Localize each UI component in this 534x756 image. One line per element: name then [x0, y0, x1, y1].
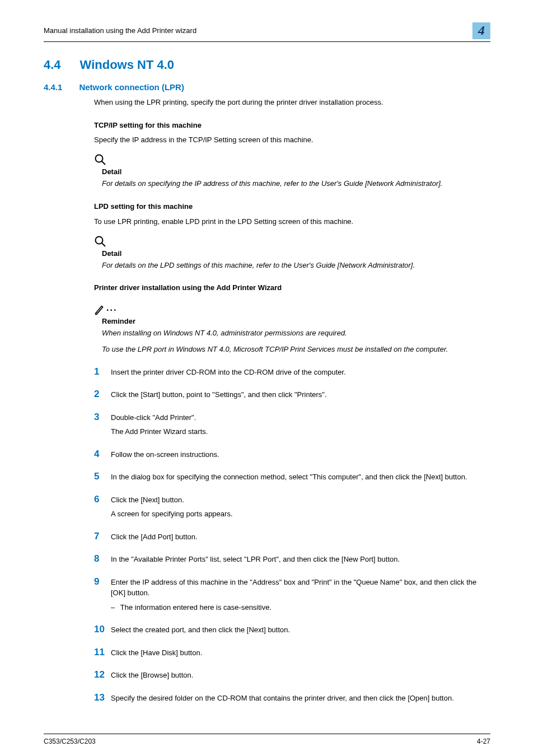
step-text: The Add Printer Wizard starts. [111, 426, 208, 437]
page-footer: C353/C253/C203 4-27 [44, 734, 490, 745]
step-item: 11Click the [Have Disk] button. [94, 646, 490, 662]
step-body: Specify the desired folder on the CD-ROM… [111, 693, 454, 707]
svg-line-3 [102, 243, 105, 246]
step-text: Insert the printer driver CD-ROM into th… [111, 367, 346, 378]
step-number: 1 [94, 365, 111, 379]
step-text: Follow the on-screen instructions. [111, 449, 219, 460]
detail-note: Detail For details on the LPD settings o… [94, 235, 490, 271]
note-title: Detail [102, 167, 490, 178]
step-number: 13 [94, 691, 111, 705]
svg-point-2 [96, 236, 103, 244]
step-text: Specify the desired folder on the CD-ROM… [111, 693, 454, 704]
step-body: Insert the printer driver CD-ROM into th… [111, 367, 346, 381]
note-body: For details on specifying the IP address… [102, 179, 490, 189]
step-item: 6Click the [Next] button.A screen for sp… [94, 493, 490, 523]
intro-paragraph: When using the LPR printing, specify the… [94, 97, 490, 108]
step-item: 1Insert the printer driver CD-ROM into t… [94, 365, 490, 381]
step-text: A screen for specifying ports appears. [111, 508, 233, 520]
pencil-icon: ... [94, 301, 490, 315]
section-heading-1: 4.4 Windows NT 4.0 [44, 58, 490, 72]
step-item: 12Click the [Browse] button. [94, 668, 490, 684]
step-body: Double-click "Add Printer".The Add Print… [111, 412, 208, 441]
paragraph: Specify the IP address in the TCP/IP Set… [94, 135, 490, 146]
footer-model: C353/C253/C203 [44, 738, 96, 745]
page-header: Manual installation using the Add Printe… [44, 22, 490, 42]
step-body: Click the [Have Disk] button. [111, 647, 202, 662]
step-number: 4 [94, 447, 111, 461]
step-body: Click the [Start] button, point to "Sett… [111, 389, 327, 404]
step-number: 9 [94, 575, 111, 589]
subheading-wizard: Printer driver installation using the Ad… [94, 283, 490, 293]
step-number: 11 [94, 646, 111, 660]
svg-line-10 [100, 309, 101, 310]
note-paragraph: To use the LPR port in Windows NT 4.0, M… [102, 344, 490, 355]
step-text: Enter the IP address of this machine in … [111, 577, 490, 599]
step-item: 7Click the [Add Port] button. [94, 530, 490, 546]
step-item: 5In the dialog box for specifying the co… [94, 470, 490, 486]
step-text: In the dialog box for specifying the con… [111, 472, 467, 483]
ellipsis-icon: ... [106, 303, 117, 312]
reminder-note: ... Reminder When installing on Windows … [94, 301, 490, 354]
step-body: Click the [Browse] button. [111, 670, 193, 684]
step-number: 3 [94, 410, 111, 424]
steps-list: 1Insert the printer driver CD-ROM into t… [94, 365, 490, 707]
detail-note: Detail For details on specifying the IP … [94, 153, 490, 189]
step-number: 5 [94, 470, 111, 484]
svg-line-8 [97, 311, 99, 312]
step-item: 4Follow the on-screen instructions. [94, 447, 490, 464]
step-text: Click the [Browse] button. [111, 670, 193, 681]
footer-page-number: 4-27 [477, 738, 490, 745]
step-text: Double-click "Add Printer". [111, 412, 208, 423]
step-text: Click the [Next] button. [111, 494, 233, 506]
step-body: In the "Available Printer Ports" list, s… [111, 554, 400, 568]
step-number: 7 [94, 530, 111, 544]
step-body: Click the [Add Port] button. [111, 531, 198, 546]
step-item: 3Double-click "Add Printer".The Add Prin… [94, 410, 490, 441]
subheading-lpd: LPD setting for this machine [94, 202, 490, 212]
step-item: 8In the "Available Printer Ports" list, … [94, 552, 490, 568]
step-body: Click the [Next] button.A screen for spe… [111, 494, 233, 523]
step-text: Select the created port, and then click … [111, 624, 290, 636]
step-item: 9Enter the IP address of this machine in… [94, 575, 490, 617]
step-body: Select the created port, and then click … [111, 624, 290, 639]
step-number: 2 [94, 388, 111, 402]
main-content: When using the LPR printing, specify the… [94, 97, 490, 707]
step-number: 8 [94, 552, 111, 566]
breadcrumb: Manual installation using the Add Printe… [44, 26, 196, 35]
h2-title: Network connection (LPR) [79, 82, 184, 92]
h1-title: Windows NT 4.0 [80, 58, 174, 72]
step-text: Click the [Start] button, point to "Sett… [111, 389, 327, 400]
step-number: 12 [94, 668, 111, 682]
step-body: Enter the IP address of this machine in … [111, 577, 490, 617]
section-heading-2: 4.4.1 Network connection (LPR) [44, 82, 490, 92]
step-text: In the "Available Printer Ports" list, s… [111, 554, 400, 565]
svg-line-1 [102, 161, 105, 165]
step-number: 6 [94, 493, 111, 507]
paragraph: To use LPR printing, enable LPD print in… [94, 217, 490, 227]
note-body: For details on the LPD settings of this … [102, 260, 490, 271]
note-title: Detail [102, 249, 490, 259]
step-subitem: The information entered here is case-sen… [120, 602, 490, 613]
h1-number: 4.4 [44, 58, 61, 72]
magnifier-icon [94, 235, 490, 248]
svg-point-0 [96, 155, 103, 162]
step-text: Click the [Add Port] button. [111, 531, 198, 543]
subheading-tcpip: TCP/IP setting for this machine [94, 120, 490, 131]
h2-number: 4.4.1 [44, 82, 62, 92]
svg-line-7 [96, 312, 97, 313]
note-paragraph: When installing on Windows NT 4.0, admin… [102, 328, 490, 339]
svg-line-6 [101, 306, 102, 307]
step-body: Follow the on-screen instructions. [111, 449, 219, 464]
step-text: Click the [Have Disk] button. [111, 647, 202, 659]
magnifier-icon [94, 153, 490, 166]
step-number: 10 [94, 623, 111, 637]
step-body: In the dialog box for specifying the con… [111, 472, 467, 486]
note-body: When installing on Windows NT 4.0, admin… [102, 328, 490, 355]
chapter-number-box: 4 [472, 22, 490, 39]
step-item: 13Specify the desired folder on the CD-R… [94, 691, 490, 707]
svg-line-9 [99, 310, 100, 311]
note-title: Reminder [102, 316, 490, 327]
step-item: 10Select the created port, and then clic… [94, 623, 490, 639]
step-item: 2Click the [Start] button, point to "Set… [94, 388, 490, 404]
